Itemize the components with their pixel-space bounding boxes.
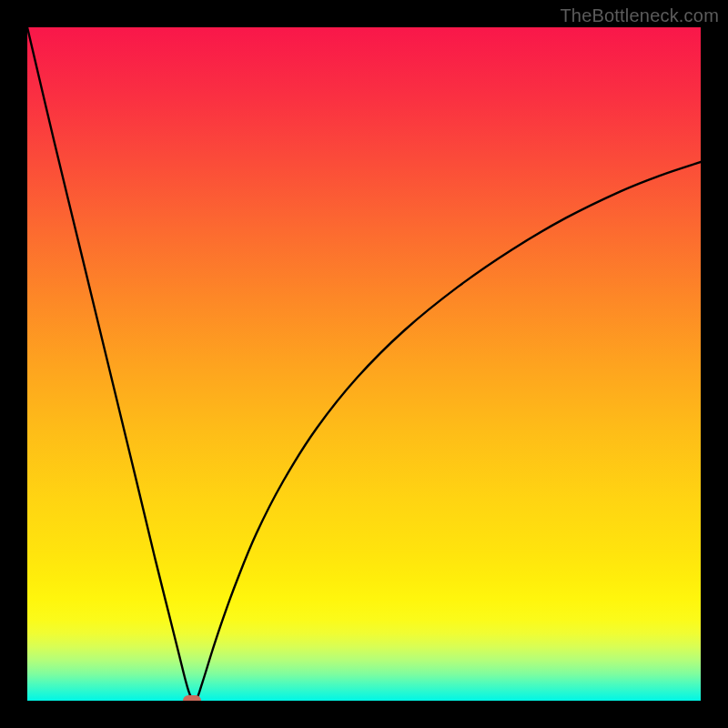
- plot-area: [27, 27, 701, 701]
- optimal-marker: [183, 695, 201, 701]
- watermark-label: TheBottleneck.com: [560, 5, 719, 26]
- bottleneck-curve: [27, 27, 701, 701]
- chart-frame: TheBottleneck.com: [0, 0, 728, 728]
- curve-layer: [27, 27, 701, 701]
